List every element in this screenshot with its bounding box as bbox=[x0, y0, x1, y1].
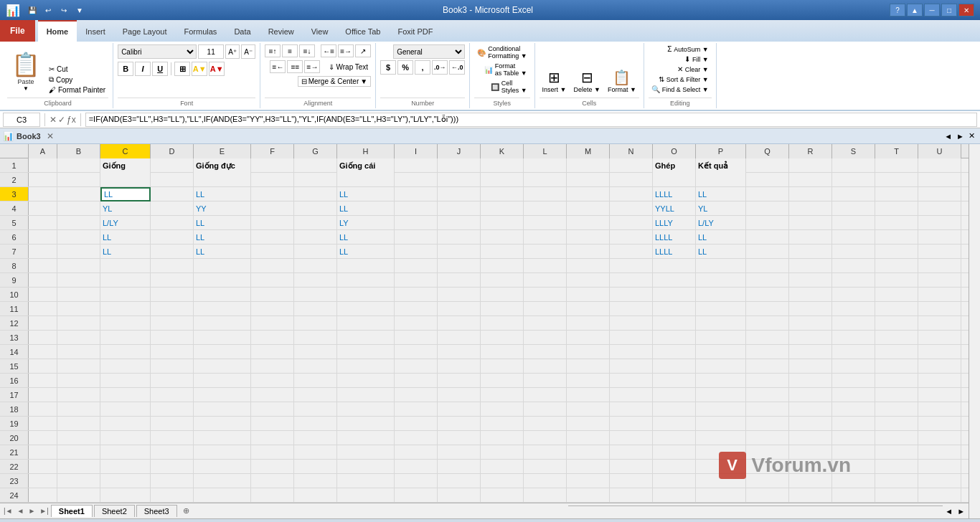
cell-M17[interactable] bbox=[567, 388, 610, 402]
cell-K4[interactable] bbox=[481, 201, 524, 216]
cell-D5[interactable] bbox=[151, 216, 194, 230]
cell-J18[interactable] bbox=[438, 402, 481, 417]
cell-C13[interactable] bbox=[100, 331, 151, 345]
cell-F13[interactable] bbox=[251, 331, 294, 345]
cell-D15[interactable] bbox=[151, 359, 194, 374]
cell-O22[interactable] bbox=[653, 460, 696, 474]
cell-S17[interactable] bbox=[832, 388, 875, 402]
cell-J9[interactable] bbox=[438, 273, 481, 288]
cell-M16[interactable] bbox=[567, 374, 610, 388]
insert-cell-button[interactable]: ⊞ Insert ▼ bbox=[540, 67, 570, 95]
cell-U10[interactable] bbox=[918, 288, 961, 302]
function-confirm-icon[interactable]: ✓ bbox=[58, 115, 65, 125]
cell-C2[interactable] bbox=[100, 173, 151, 187]
cell-I4[interactable] bbox=[395, 201, 438, 216]
cell-B12[interactable] bbox=[57, 316, 100, 331]
cell-I21[interactable] bbox=[395, 445, 438, 460]
cell-S14[interactable] bbox=[832, 345, 875, 359]
cell-I24[interactable] bbox=[395, 488, 438, 503]
tab-view[interactable]: View bbox=[303, 20, 337, 42]
cell-H16[interactable] bbox=[337, 374, 395, 388]
cell-C15[interactable] bbox=[100, 359, 151, 374]
restore-btn[interactable]: □ bbox=[941, 4, 957, 16]
cell-J8[interactable] bbox=[438, 259, 481, 273]
col-header-A[interactable]: A bbox=[29, 144, 57, 158]
col-header-G[interactable]: G bbox=[294, 144, 337, 158]
cell-L14[interactable] bbox=[524, 345, 567, 359]
decrease-indent-button[interactable]: ←≡ bbox=[321, 44, 336, 57]
cell-L12[interactable] bbox=[524, 316, 567, 331]
align-center-button[interactable]: ≡≡ bbox=[287, 60, 303, 73]
cell-G2[interactable] bbox=[294, 173, 337, 187]
cell-M9[interactable] bbox=[567, 273, 610, 288]
cell-R13[interactable] bbox=[789, 331, 832, 345]
help-btn[interactable]: ? bbox=[890, 4, 905, 16]
cell-C17[interactable] bbox=[100, 388, 151, 402]
cell-M12[interactable] bbox=[567, 316, 610, 331]
cell-L2[interactable] bbox=[524, 173, 567, 187]
cell-J19[interactable] bbox=[438, 417, 481, 431]
cell-M23[interactable] bbox=[567, 474, 610, 488]
customize-quick-btn[interactable]: ▼ bbox=[73, 4, 86, 16]
merge-center-button[interactable]: ⊟ Merge & Center ▼ bbox=[298, 76, 372, 87]
cell-Q10[interactable] bbox=[746, 288, 789, 302]
cell-I12[interactable] bbox=[395, 316, 438, 331]
cell-M22[interactable] bbox=[567, 460, 610, 474]
cell-G8[interactable] bbox=[294, 259, 337, 273]
clear-button[interactable]: ✕ Clear ▼ bbox=[674, 65, 712, 74]
cell-O1[interactable]: Ghép bbox=[653, 158, 696, 173]
cell-B16[interactable] bbox=[57, 374, 100, 388]
cell-L1[interactable] bbox=[524, 158, 567, 173]
find-select-button[interactable]: 🔍 Find & Select ▼ bbox=[649, 85, 712, 94]
cell-E14[interactable] bbox=[194, 345, 251, 359]
tab-foxit-pdf[interactable]: Foxit PDF bbox=[389, 20, 441, 42]
cell-U22[interactable] bbox=[918, 460, 961, 474]
cell-D20[interactable] bbox=[151, 431, 194, 445]
cell-A16[interactable] bbox=[29, 374, 57, 388]
cell-S8[interactable] bbox=[832, 259, 875, 273]
cell-D1[interactable] bbox=[151, 158, 194, 173]
cell-P16[interactable] bbox=[696, 374, 746, 388]
cell-Q13[interactable] bbox=[746, 331, 789, 345]
cell-A19[interactable] bbox=[29, 417, 57, 431]
cell-A24[interactable] bbox=[29, 488, 57, 503]
col-header-I[interactable]: I bbox=[395, 144, 438, 158]
cell-B3[interactable] bbox=[57, 187, 100, 201]
cell-I7[interactable] bbox=[395, 245, 438, 259]
cell-A10[interactable] bbox=[29, 288, 57, 302]
cell-R18[interactable] bbox=[789, 402, 832, 417]
cell-E19[interactable] bbox=[194, 417, 251, 431]
align-right-button[interactable]: ≡→ bbox=[304, 60, 320, 73]
cell-T14[interactable] bbox=[875, 345, 918, 359]
cell-N3[interactable] bbox=[610, 187, 653, 201]
cell-B1[interactable] bbox=[57, 158, 100, 173]
font-grow-button[interactable]: A⁺ bbox=[225, 44, 240, 59]
cell-Q9[interactable] bbox=[746, 273, 789, 288]
cell-F14[interactable] bbox=[251, 345, 294, 359]
col-header-H[interactable]: H bbox=[337, 144, 395, 158]
cell-I11[interactable] bbox=[395, 302, 438, 316]
cell-J17[interactable] bbox=[438, 388, 481, 402]
cell-T22[interactable] bbox=[875, 460, 918, 474]
underline-button[interactable]: U bbox=[152, 62, 168, 76]
cell-H11[interactable] bbox=[337, 302, 395, 316]
cell-U2[interactable] bbox=[918, 173, 961, 187]
align-top-center-button[interactable]: ≡ bbox=[282, 44, 298, 57]
cell-D13[interactable] bbox=[151, 331, 194, 345]
cell-K18[interactable] bbox=[481, 402, 524, 417]
cell-U6[interactable] bbox=[918, 230, 961, 245]
cell-N2[interactable] bbox=[610, 173, 653, 187]
cell-M19[interactable] bbox=[567, 417, 610, 431]
cell-L8[interactable] bbox=[524, 259, 567, 273]
cell-M3[interactable] bbox=[567, 187, 610, 201]
cell-J6[interactable] bbox=[438, 230, 481, 245]
close-btn[interactable]: ✕ bbox=[958, 4, 974, 16]
cell-D23[interactable] bbox=[151, 474, 194, 488]
cell-O8[interactable] bbox=[653, 259, 696, 273]
cell-F22[interactable] bbox=[251, 460, 294, 474]
cell-Q2[interactable] bbox=[746, 173, 789, 187]
cell-Q4[interactable] bbox=[746, 201, 789, 216]
cell-K11[interactable] bbox=[481, 302, 524, 316]
cell-F5[interactable] bbox=[251, 216, 294, 230]
cell-U23[interactable] bbox=[918, 474, 961, 488]
